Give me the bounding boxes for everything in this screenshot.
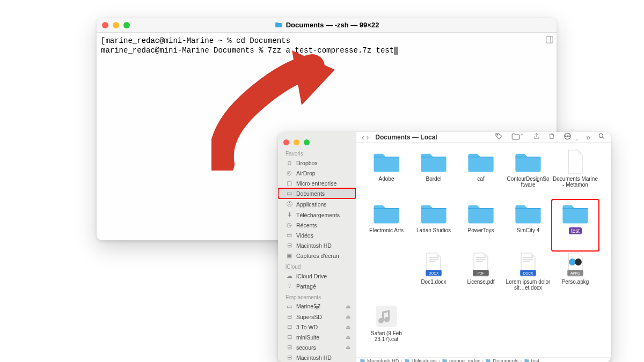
- back-button[interactable]: ‹: [362, 133, 364, 142]
- sidebar-label: AirDrop: [296, 170, 316, 176]
- airdrop-icon: ◎: [286, 169, 293, 176]
- svg-rect-11: [429, 259, 438, 260]
- minimize-icon[interactable]: [294, 139, 299, 145]
- pdf-icon: PDF: [466, 253, 495, 277]
- dropbox-icon: ⧈: [286, 159, 293, 166]
- path-segment[interactable]: test: [524, 358, 539, 362]
- grid-item[interactable]: Larian Studios: [410, 200, 457, 251]
- eject-icon[interactable]: ⏏: [346, 314, 350, 320]
- finder-window: Favoris⧈Dropbox◎AirDrop▢Micro entreprise…: [278, 132, 611, 362]
- svg-rect-17: [476, 261, 483, 262]
- folder-icon: [466, 150, 495, 174]
- disk-icon: ⊟: [286, 354, 293, 361]
- grid-item[interactable]: SimCity 4: [504, 200, 552, 251]
- item-label: Safari (9 Feb 23.17).caf: [363, 330, 410, 342]
- sidebar-item-captures-d-cran[interactable]: ▣Captures d'écran: [278, 250, 356, 261]
- finder-sidebar: Favoris⧈Dropbox◎AirDrop▢Micro entreprise…: [278, 132, 356, 362]
- search-icon[interactable]: [598, 132, 605, 142]
- path-segment[interactable]: Macintosh HD: [360, 358, 399, 362]
- maximize-icon[interactable]: [123, 22, 130, 28]
- sidebar-label: Dropbox: [296, 160, 318, 166]
- grid-item[interactable]: DOCXLorem ipsum dolor sit…et.docx: [504, 251, 552, 302]
- folder-icon: [442, 358, 448, 362]
- sidebar-label: Macintosh HD: [296, 354, 332, 361]
- music-icon: [372, 305, 401, 328]
- forward-button[interactable]: ›: [367, 133, 369, 142]
- chevron-icon: ›: [520, 358, 522, 362]
- eject-icon[interactable]: ⏏: [346, 344, 350, 350]
- grid-item[interactable]: Bordel: [410, 148, 457, 200]
- eject-icon[interactable]: ⏏: [346, 324, 350, 330]
- sidebar-item-airdrop[interactable]: ◎AirDrop: [278, 168, 356, 178]
- sidebar-label: SupersSD: [296, 314, 322, 320]
- grid-item[interactable]: ContourDesignSo ftware: [504, 148, 552, 200]
- terminal-titlebar[interactable]: Documents — -zsh — 99×22: [97, 18, 557, 33]
- close-icon[interactable]: [102, 22, 108, 28]
- folder-icon: [372, 202, 401, 225]
- sidebar-item-minisuite[interactable]: ⊟miniSuite⏏: [278, 332, 356, 342]
- share-icon[interactable]: [533, 132, 540, 142]
- sidebar-item-documents[interactable]: ▭Documents: [278, 188, 356, 198]
- disk-icon: ⊟: [286, 313, 293, 320]
- cursor-icon: [394, 47, 398, 55]
- more-icon[interactable]: ⌵: [563, 132, 579, 142]
- sidebar-item-3-to-wd[interactable]: ⊟3 To WD⏏: [278, 322, 356, 332]
- clock-icon: ◷: [286, 221, 293, 228]
- video-icon: ▭: [286, 232, 293, 239]
- sidebar-item-macintosh-hd[interactable]: ⊟Macintosh HD: [278, 352, 356, 362]
- sidebar-item-t-l-chargements[interactable]: ⬇Téléchargements: [278, 210, 356, 220]
- sidebar-label: Micro entreprise: [296, 180, 336, 187]
- folder-icon: [485, 358, 491, 362]
- trash-icon[interactable]: [548, 132, 555, 142]
- chevron-icon: ›: [482, 358, 484, 362]
- expand-icon[interactable]: »: [586, 133, 590, 142]
- path-segment[interactable]: Documents: [485, 358, 518, 362]
- sidebar-item-applications[interactable]: ⒶApplications: [278, 198, 356, 210]
- folder-icon: [514, 150, 543, 174]
- sidebar-item-superssd[interactable]: ⊟SupersSD⏏: [278, 312, 356, 322]
- cloud-icon: ☁: [286, 272, 293, 279]
- grid-item[interactable]: caf: [457, 148, 504, 200]
- sidebar-label: Applications: [296, 201, 327, 208]
- eject-icon[interactable]: ⏏: [346, 304, 350, 309]
- item-label: Larian Studios: [415, 227, 452, 233]
- folder-icon: [561, 202, 590, 225]
- item-label: License.pdf: [466, 279, 495, 285]
- grid-item[interactable]: PowerToys: [457, 200, 504, 251]
- sidebar-label: Partagé: [296, 283, 316, 290]
- sidebar-item-r-cents[interactable]: ◷Récents: [278, 220, 356, 230]
- eject-icon[interactable]: ⏏: [346, 334, 350, 340]
- panel-icon[interactable]: [546, 36, 553, 43]
- sidebar-item-dropbox[interactable]: ⧈Dropbox: [278, 158, 356, 168]
- grid-item[interactable]: Documents Marine - Metamon: [552, 148, 599, 200]
- grid-item[interactable]: Adobe: [363, 148, 410, 200]
- path-segment[interactable]: Utilisateurs: [404, 358, 437, 362]
- grid-item[interactable]: DOCXDoc1.docx: [410, 251, 457, 302]
- grid-item[interactable]: Safari (9 Feb 23.17).caf: [363, 302, 410, 354]
- sidebar-item-icloud-drive[interactable]: ☁iCloud Drive: [278, 271, 356, 281]
- svg-rect-20: [523, 257, 533, 258]
- disk-icon: ⊟: [286, 334, 293, 341]
- sidebar-item-macintosh-hd[interactable]: ⊟Macintosh HD: [278, 240, 356, 250]
- grid-item[interactable]: test: [552, 200, 599, 251]
- sidebar-item-secours[interactable]: ⊟secours⏏: [278, 342, 356, 352]
- svg-point-6: [569, 136, 570, 137]
- sidebar-item-partag-[interactable]: ⇪Partagé: [278, 281, 356, 291]
- grid-item[interactable]: PDFLicense.pdf: [457, 251, 504, 302]
- sidebar-item-vid-os[interactable]: ▭Vidéos: [278, 230, 356, 240]
- tag-icon[interactable]: [495, 132, 503, 142]
- terminal-content[interactable]: [marine_redac@mini-Marine ~ % cd Documen…: [97, 33, 557, 58]
- close-icon[interactable]: [283, 139, 289, 145]
- finder-grid[interactable]: AdobeBordelcafContourDesignSo ftwareDocu…: [356, 143, 611, 357]
- newfolder-icon[interactable]: +: [511, 132, 525, 142]
- maximize-icon[interactable]: [304, 139, 310, 145]
- grid-item[interactable]: Electronic Arts: [363, 200, 410, 251]
- camera-icon: ▣: [286, 252, 293, 259]
- sidebar-section: Favoris: [278, 147, 356, 158]
- sidebar-item-micro-entreprise[interactable]: ▢Micro entreprise: [278, 178, 356, 188]
- minimize-icon[interactable]: [113, 22, 119, 28]
- sidebar-item-marine-[interactable]: ▭Marine🐼⏏: [278, 301, 356, 312]
- path-bar[interactable]: Macintosh HD›Utilisateurs›marine_redac›D…: [356, 357, 611, 362]
- grid-item[interactable]: APKGPerso.apkg: [552, 251, 599, 302]
- path-segment[interactable]: marine_redac: [442, 358, 480, 362]
